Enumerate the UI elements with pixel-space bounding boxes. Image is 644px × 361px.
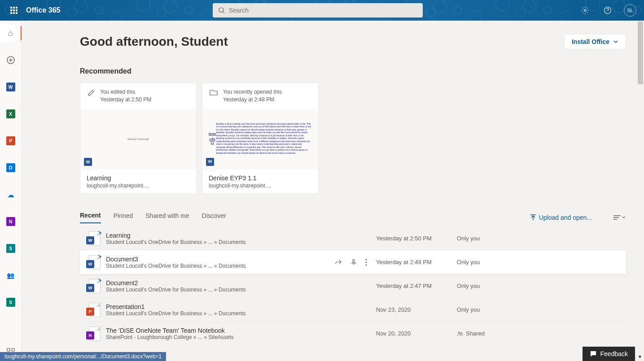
file-path: Student Loucoll's OneDrive for Business … [106,287,326,293]
status-bar: loughcoll-my.sharepoint.com/personal/...… [0,352,166,361]
file-row[interactable]: W↘Document3Student Loucoll's OneDrive fo… [80,250,626,274]
svg-point-0 [219,8,223,12]
scrollbar-thumb[interactable] [638,22,643,84]
upload-icon [530,214,536,221]
search-input[interactable] [229,7,417,14]
file-timestamp: Yesterday at 2:47 PM [376,283,457,289]
install-office-button[interactable]: Install Office [564,34,626,49]
file-path: Student Loucoll's OneDrive for Business … [106,310,326,317]
chevron-down-icon [613,39,618,44]
open-arrow-icon: ↘ [98,277,101,282]
share-icon [335,259,342,266]
word-icon: W [206,158,214,166]
sidebar-item-outlook[interactable]: O [0,159,22,177]
avatar: SL [624,4,636,17]
feedback-icon [590,350,597,357]
svg-point-20 [366,261,367,263]
help-button[interactable] [597,0,618,21]
sidebar-item-powerpoint[interactable]: P [0,132,22,150]
card-location: loughcoll-my.sharepoint.... [209,183,312,189]
tab-recent[interactable]: Recent [80,212,101,223]
file-timestamp: Nov 20, 2020 [376,330,457,337]
svg-point-32 [461,332,462,334]
search-box[interactable] [213,3,423,17]
gear-icon [581,6,589,14]
file-share-status: Only you [457,235,480,242]
home-icon: ⌂ [8,29,13,38]
page-title: Good afternoon, Student [80,35,228,49]
brand-label[interactable]: Office 365 [26,6,60,14]
card-action-text: You edited thisYesterday at 2:50 PM [100,88,151,104]
more-button[interactable] [365,259,367,266]
word-icon: W [6,83,15,91]
file-icon: W↘ [86,255,101,270]
tabs-bar: RecentPinnedShared with meDiscoverUpload… [80,212,626,223]
header-bar: Office 365 SL [0,0,644,21]
file-name: Document3 [106,256,326,263]
tab-pinned[interactable]: Pinned [114,212,133,223]
pencil-icon [88,89,95,96]
view-options-button[interactable] [613,215,626,220]
pin-button[interactable] [350,259,357,266]
svg-point-21 [366,264,367,265]
tab-discover[interactable]: Discover [202,212,226,223]
sidebar-item-home[interactable]: ⌂ [0,24,22,42]
card-location: loughcoll-my.sharepoint.... [87,183,190,189]
file-name: Presentation1 [106,303,326,310]
file-timestamp: Nov 23, 2020 [376,306,457,313]
sidebar-item-excel[interactable]: X [0,105,22,123]
sidebar-item-sway[interactable]: S [0,293,22,311]
share-button[interactable] [335,259,342,266]
file-timestamp: Yesterday at 2:49 PM [376,259,457,265]
sidebar-item-word[interactable]: W [0,78,22,96]
file-row[interactable]: NThe 'DiSE OneNote Team' Team NotebookSh… [80,322,626,345]
feedback-dropdown-icon[interactable]: ▼ [638,354,642,359]
file-name: Learning [106,232,326,239]
file-row[interactable]: W↘Document2Student Loucoll's OneDrive fo… [80,274,626,298]
svg-rect-8 [12,348,14,351]
recommended-cards: You edited thisYesterday at 2:50 PMHoora… [80,83,626,194]
list-icon [613,215,621,220]
file-path: Student Loucoll's OneDrive for Business … [106,263,326,269]
recommended-card[interactable]: You edited thisYesterday at 2:50 PMHoora… [80,83,197,194]
file-icon: W↘ [86,279,101,293]
open-arrow-icon: ↘ [98,230,101,235]
tab-shared-with-me[interactable]: Shared with me [145,212,189,223]
card-preview: Hooray! Learning!W [80,109,196,170]
outlook-icon: O [6,163,15,172]
recommended-card[interactable]: You recently opened thisYesterday at 2:4… [202,83,319,194]
word-icon: W [84,158,92,166]
install-office-label: Install Office [572,38,609,45]
search-icon [218,7,225,14]
svg-rect-7 [7,348,10,351]
help-icon [604,6,612,14]
file-name: The 'DiSE OneNote Team' Team Notebook [106,327,326,334]
file-share-status: Only you [457,283,480,289]
file-row[interactable]: PPresentation1Student Loucoll's OneDrive… [80,298,626,322]
card-title: Denise EYP3 1.1 [209,174,312,182]
file-list: W↘LearningStudent Loucoll's OneDrive for… [80,227,626,345]
file-share-status: Shared [457,330,485,337]
card-preview: Denise – EYP3 1.1Equality is about makin… [202,109,318,170]
file-icon: N [86,326,101,341]
settings-button[interactable] [575,0,596,21]
open-arrow-icon: ↘ [98,253,101,258]
sidebar-item-onenote[interactable]: N [0,213,22,231]
svg-point-19 [366,259,367,260]
file-name: Document2 [106,279,326,287]
feedback-button[interactable]: Feedback [583,347,635,361]
file-row[interactable]: W↘LearningStudent Loucoll's OneDrive for… [80,227,626,250]
sidebar-item-teams[interactable]: 👥 [0,266,22,284]
sidebar-item-sharepoint[interactable]: S [0,239,22,257]
sidebar-item-create[interactable] [0,51,22,69]
excel-icon: X [6,109,15,118]
upload-and-open-link[interactable]: Upload and open... [530,214,592,221]
cloud-icon: ☁ [7,191,14,199]
onenote-icon: N [6,217,15,226]
app-launcher-button[interactable] [4,0,24,21]
account-button[interactable]: SL [620,0,640,21]
scrollbar[interactable] [637,21,644,361]
waffle-icon [10,7,18,14]
file-path: SharePoint - Loughborough College » ... … [106,334,326,340]
sidebar-item-onedrive[interactable]: ☁ [0,186,22,204]
